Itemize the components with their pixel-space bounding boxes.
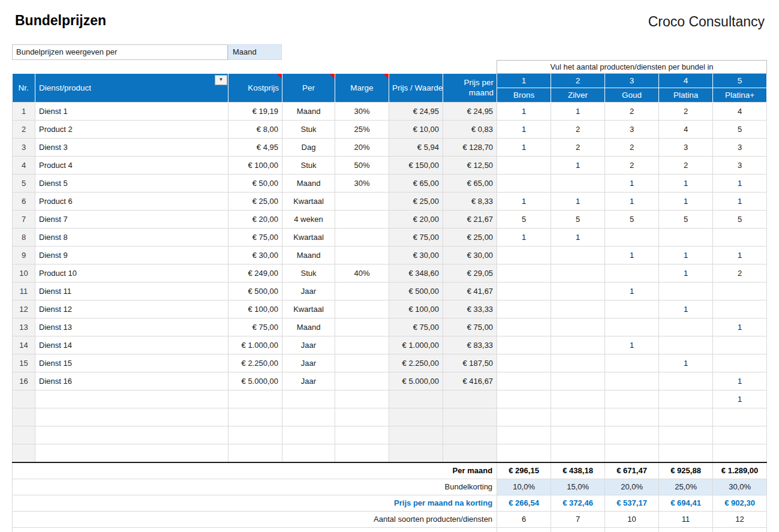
margin-cell[interactable]: 20%	[335, 139, 389, 157]
product-cell[interactable]: Dienst 9	[35, 247, 228, 265]
qty-cell-bundle-3[interactable]	[605, 318, 659, 336]
qty-cell-bundle-1[interactable]	[497, 336, 551, 354]
qty-cell-bundle-2[interactable]	[551, 426, 605, 444]
qty-cell-bundle-1[interactable]	[497, 175, 551, 193]
qty-cell-bundle-4[interactable]	[659, 426, 713, 444]
per-cell[interactable]: Kwartaal	[282, 229, 335, 247]
qty-cell-bundle-3[interactable]	[605, 426, 659, 444]
qty-cell-bundle-3[interactable]: 1	[605, 336, 659, 354]
qty-cell-bundle-5[interactable]	[713, 408, 767, 426]
qty-cell-bundle-2[interactable]: 1	[551, 103, 605, 121]
qty-cell-bundle-4[interactable]	[659, 390, 713, 408]
product-cell[interactable]: Dienst 3	[35, 139, 228, 157]
qty-cell-bundle-3[interactable]: 2	[605, 103, 659, 121]
qty-cell-bundle-2[interactable]	[551, 175, 605, 193]
qty-cell-bundle-1[interactable]	[497, 390, 551, 408]
product-cell[interactable]: Dienst 15	[35, 354, 228, 372]
qty-cell-bundle-3[interactable]	[605, 300, 659, 318]
qty-cell-bundle-5[interactable]	[713, 354, 767, 372]
qty-cell-bundle-4[interactable]: 1	[659, 247, 713, 265]
qty-cell-bundle-2[interactable]	[551, 390, 605, 408]
qty-cell-bundle-2[interactable]: 5	[551, 211, 605, 229]
margin-cell[interactable]	[335, 444, 389, 463]
qty-cell-bundle-2[interactable]: 1	[551, 193, 605, 211]
qty-cell-bundle-5[interactable]: 1	[713, 372, 767, 390]
cost-cell[interactable]: € 100,00	[228, 300, 282, 318]
qty-cell-bundle-2[interactable]	[551, 336, 605, 354]
per-cell[interactable]: Stuk	[282, 265, 335, 282]
product-cell[interactable]: Dienst 5	[35, 175, 228, 193]
qty-cell-bundle-3[interactable]	[605, 390, 659, 408]
per-cell[interactable]: Kwartaal	[282, 193, 335, 211]
qty-cell-bundle-1[interactable]	[497, 354, 551, 372]
qty-cell-bundle-4[interactable]: 1	[659, 265, 713, 282]
margin-cell[interactable]	[335, 229, 389, 247]
product-cell[interactable]: Dienst 8	[35, 229, 228, 247]
qty-cell-bundle-2[interactable]	[551, 372, 605, 390]
qty-cell-bundle-1[interactable]	[497, 282, 551, 300]
footer-value-bundle-2[interactable]: 15,0%	[551, 479, 605, 495]
qty-cell-bundle-2[interactable]	[551, 408, 605, 426]
per-cell[interactable]	[282, 426, 335, 444]
margin-cell[interactable]	[335, 426, 389, 444]
qty-cell-bundle-3[interactable]	[605, 229, 659, 247]
qty-cell-bundle-2[interactable]	[551, 318, 605, 336]
per-cell[interactable]: 4 weken	[282, 211, 335, 229]
qty-cell-bundle-5[interactable]: 1	[713, 247, 767, 265]
qty-cell-bundle-4[interactable]: 5	[659, 211, 713, 229]
qty-cell-bundle-2[interactable]: 1	[551, 157, 605, 175]
cost-cell[interactable]: € 2.250,00	[228, 354, 282, 372]
margin-cell[interactable]: 40%	[335, 265, 389, 282]
cost-cell[interactable]	[228, 408, 282, 426]
product-cell[interactable]: Dienst 16	[35, 372, 228, 390]
margin-cell[interactable]: 25%	[335, 121, 389, 139]
margin-cell[interactable]	[335, 336, 389, 354]
per-cell[interactable]	[282, 444, 335, 463]
per-cell[interactable]: Stuk	[282, 121, 335, 139]
qty-cell-bundle-1[interactable]	[497, 444, 551, 463]
product-cell[interactable]: Product 2	[35, 121, 228, 139]
qty-cell-bundle-5[interactable]: 1	[713, 175, 767, 193]
per-cell[interactable]: Jaar	[282, 282, 335, 300]
product-cell[interactable]: Dienst 14	[35, 336, 228, 354]
qty-cell-bundle-1[interactable]	[497, 265, 551, 282]
qty-cell-bundle-4[interactable]: 1	[659, 300, 713, 318]
qty-cell-bundle-3[interactable]: 3	[605, 121, 659, 139]
margin-cell[interactable]	[335, 211, 389, 229]
qty-cell-bundle-4[interactable]: 4	[659, 121, 713, 139]
qty-cell-bundle-4[interactable]: 3	[659, 139, 713, 157]
qty-cell-bundle-2[interactable]	[551, 300, 605, 318]
per-cell[interactable]	[282, 408, 335, 426]
qty-cell-bundle-5[interactable]	[713, 444, 767, 463]
qty-cell-bundle-4[interactable]: 2	[659, 157, 713, 175]
qty-cell-bundle-3[interactable]	[605, 408, 659, 426]
footer-value-bundle-4[interactable]: 25,0%	[659, 479, 713, 495]
qty-cell-bundle-5[interactable]: 5	[713, 211, 767, 229]
qty-cell-bundle-1[interactable]: 5	[497, 211, 551, 229]
qty-cell-bundle-1[interactable]: 1	[497, 121, 551, 139]
qty-cell-bundle-4[interactable]	[659, 408, 713, 426]
per-cell[interactable]: Maand	[282, 318, 335, 336]
cost-cell[interactable]: € 30,00	[228, 247, 282, 265]
qty-cell-bundle-1[interactable]: 1	[497, 229, 551, 247]
qty-cell-bundle-4[interactable]: 1	[659, 193, 713, 211]
qty-cell-bundle-2[interactable]	[551, 354, 605, 372]
product-cell[interactable]	[35, 408, 228, 426]
margin-cell[interactable]	[335, 390, 389, 408]
qty-cell-bundle-3[interactable]: 1	[605, 193, 659, 211]
qty-cell-bundle-5[interactable]	[713, 300, 767, 318]
cost-cell[interactable]: € 50,00	[228, 175, 282, 193]
qty-cell-bundle-1[interactable]	[497, 426, 551, 444]
qty-cell-bundle-5[interactable]	[713, 229, 767, 247]
product-cell[interactable]	[35, 444, 228, 463]
cost-cell[interactable]: € 8,00	[228, 121, 282, 139]
qty-cell-bundle-4[interactable]	[659, 444, 713, 463]
margin-cell[interactable]	[335, 354, 389, 372]
margin-cell[interactable]: 30%	[335, 175, 389, 193]
qty-cell-bundle-1[interactable]	[497, 318, 551, 336]
qty-cell-bundle-5[interactable]: 3	[713, 157, 767, 175]
cost-cell[interactable]: € 25,00	[228, 193, 282, 211]
qty-cell-bundle-3[interactable]: 2	[605, 157, 659, 175]
qty-cell-bundle-5[interactable]: 1	[713, 193, 767, 211]
footer-value-bundle-5[interactable]: 30,0%	[713, 479, 767, 495]
